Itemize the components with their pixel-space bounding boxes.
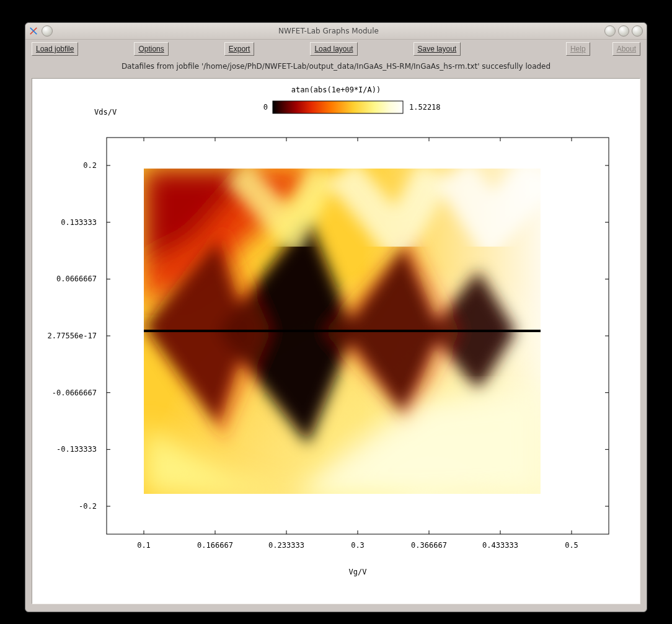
- svg-text:0.433333: 0.433333: [482, 541, 518, 550]
- heatmap-image: [144, 169, 541, 512]
- toolbar: Load jobfile Options Export Load layout …: [25, 40, 647, 59]
- svg-text:0.2: 0.2: [83, 161, 97, 170]
- colorbar-min-label: 0: [263, 103, 268, 112]
- status-message: Datafiles from jobfile '/home/jose/PhD/N…: [25, 59, 647, 74]
- svg-text:0.233333: 0.233333: [268, 541, 304, 550]
- x-axis-label: Vg/V: [349, 568, 367, 576]
- svg-text:-0.0666667: -0.0666667: [52, 389, 97, 397]
- svg-text:-0.133333: -0.133333: [56, 445, 97, 454]
- colorbar-max-label: 1.52218: [409, 103, 441, 112]
- svg-text:0.3: 0.3: [351, 541, 365, 550]
- window-minimize-button[interactable]: [604, 25, 616, 37]
- help-button[interactable]: Help: [566, 42, 590, 56]
- svg-rect-14: [144, 330, 541, 332]
- app-icon: [29, 27, 38, 35]
- save-layout-button[interactable]: Save layout: [413, 42, 461, 56]
- window-close-button[interactable]: [632, 25, 643, 37]
- heatmap-chart: atan(abs(1e+09*I/A)) 0 1.52218 Vds/V: [32, 79, 640, 593]
- window-maximize-button[interactable]: [618, 25, 629, 37]
- y-axis-label: Vds/V: [94, 108, 117, 116]
- svg-text:0.0666667: 0.0666667: [56, 275, 97, 283]
- svg-text:0.133333: 0.133333: [61, 218, 97, 227]
- svg-text:2.77556e-17: 2.77556e-17: [48, 332, 97, 340]
- colorbar: [273, 101, 403, 113]
- plot-panel: atan(abs(1e+09*I/A)) 0 1.52218 Vds/V: [32, 78, 640, 604]
- app-window: NWFET-Lab Graphs Module Load jobfile Opt…: [25, 22, 647, 612]
- svg-text:-0.2: -0.2: [79, 502, 97, 511]
- options-button[interactable]: Options: [134, 42, 168, 56]
- load-jobfile-button[interactable]: Load jobfile: [32, 42, 78, 56]
- load-layout-button[interactable]: Load layout: [310, 42, 357, 56]
- titlebar[interactable]: NWFET-Lab Graphs Module: [25, 23, 647, 40]
- chart-title: atan(abs(1e+09*I/A)): [291, 86, 381, 94]
- svg-text:0.366667: 0.366667: [411, 541, 447, 550]
- export-button[interactable]: Export: [224, 42, 255, 56]
- svg-text:0.166667: 0.166667: [197, 541, 233, 550]
- svg-text:0.1: 0.1: [137, 541, 151, 550]
- window-title: NWFET-Lab Graphs Module: [53, 27, 604, 35]
- window-pin-icon[interactable]: [42, 25, 53, 37]
- svg-text:0.5: 0.5: [565, 541, 578, 550]
- about-button[interactable]: About: [612, 42, 640, 56]
